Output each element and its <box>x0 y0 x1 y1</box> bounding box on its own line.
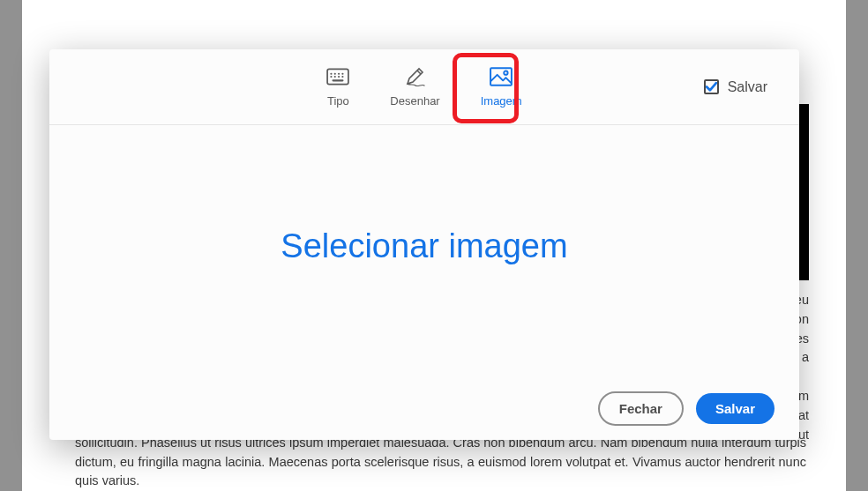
checkbox-icon <box>704 79 719 94</box>
save-button[interactable]: Salvar <box>696 393 774 424</box>
tab-imagem[interactable]: Imagem <box>474 61 529 113</box>
close-button[interactable]: Fechar <box>598 391 684 426</box>
svg-rect-10 <box>490 68 512 86</box>
modal-header: Tipo Desenhar <box>49 49 799 125</box>
pen-icon <box>404 66 427 87</box>
select-image-link[interactable]: Selecionar imagem <box>281 227 567 265</box>
tab-desenhar-label: Desenhar <box>390 94 439 108</box>
tab-tipo[interactable]: Tipo <box>319 61 356 113</box>
signature-modal: Tipo Desenhar <box>49 49 799 440</box>
tab-imagem-label: Imagem <box>481 94 522 108</box>
save-signature-checkbox[interactable]: Salvar <box>704 79 767 95</box>
document-body-text: sollicitudin. Phasellus ut risus ultrice… <box>75 434 806 491</box>
keyboard-icon <box>326 66 349 87</box>
save-checkbox-label: Salvar <box>728 79 767 95</box>
image-icon <box>490 66 513 87</box>
tab-tipo-label: Tipo <box>327 94 349 108</box>
modal-body: Selecionar imagem <box>49 125 799 376</box>
modal-footer: Fechar Salvar <box>49 376 799 440</box>
tab-desenhar[interactable]: Desenhar <box>383 61 446 113</box>
signature-tabs: Tipo Desenhar <box>319 61 528 113</box>
svg-point-11 <box>504 71 507 75</box>
